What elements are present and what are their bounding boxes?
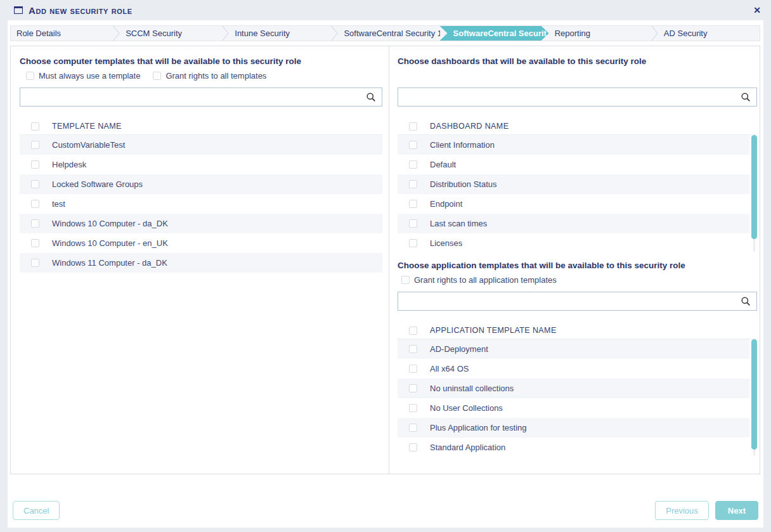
dialog-footer: Cancel Previous Next xyxy=(13,501,758,520)
application-templates-options: Grant rights to all application template… xyxy=(398,275,757,285)
table-row[interactable]: Default xyxy=(398,155,749,174)
row-checkbox[interactable] xyxy=(409,239,417,247)
row-checkbox[interactable] xyxy=(409,160,417,169)
cancel-button[interactable]: Cancel xyxy=(13,501,60,520)
application-templates-scrollbar[interactable] xyxy=(751,339,757,457)
row-checkbox[interactable] xyxy=(31,200,39,208)
table-row[interactable]: Locked Software Groups xyxy=(20,174,382,194)
dashboards-search-input[interactable] xyxy=(398,88,757,107)
next-button[interactable]: Next xyxy=(715,501,758,520)
table-row[interactable]: Windows 11 Computer - da_DK xyxy=(20,253,382,273)
row-checkbox[interactable] xyxy=(409,365,417,373)
application-templates-search-input[interactable] xyxy=(398,292,757,311)
dialog-title: Add new security role xyxy=(29,5,133,16)
computer-templates-table: TEMPLATE NAME CustomVariableTest Helpdes… xyxy=(20,118,382,273)
table-row[interactable]: No uninstall collections xyxy=(398,379,749,398)
tab-softwarecentral-security-2-active[interactable]: SoftwareCentral Securit... xyxy=(440,26,549,41)
table-row[interactable]: Endpoint xyxy=(398,194,749,214)
row-checkbox[interactable] xyxy=(409,404,417,412)
table-row[interactable]: AD-Deployment xyxy=(398,339,749,359)
grant-rights-all-templates-checkbox[interactable] xyxy=(153,72,161,80)
row-checkbox[interactable] xyxy=(31,141,39,149)
dashboards-search xyxy=(398,88,757,107)
row-checkbox[interactable] xyxy=(31,160,39,169)
window-icon xyxy=(14,6,23,14)
table-row[interactable]: No User Collections xyxy=(398,398,749,418)
must-always-use-template-checkbox[interactable] xyxy=(26,72,34,80)
table-row[interactable]: All x64 OS xyxy=(398,359,749,379)
computer-templates-table-header: TEMPLATE NAME xyxy=(20,118,382,135)
application-templates-search xyxy=(398,292,757,311)
application-templates-rows: AD-Deployment All x64 OS No uninstall co… xyxy=(398,339,749,457)
dashboards-table: DASHBOARD NAME Client Information Defaul… xyxy=(398,118,757,253)
application-templates-table-header: APPLICATION TEMPLATE NAME xyxy=(398,322,757,339)
row-checkbox[interactable] xyxy=(31,259,39,267)
tab-chevron-icon xyxy=(112,26,120,41)
row-checkbox[interactable] xyxy=(409,384,417,393)
right-column: Choose dashboards that will be available… xyxy=(389,46,760,474)
computer-templates-search xyxy=(20,88,382,107)
table-row[interactable]: test xyxy=(20,194,382,214)
table-row[interactable]: Helpdesk xyxy=(20,155,382,174)
dashboards-table-header: DASHBOARD NAME xyxy=(398,118,757,135)
tab-role-details[interactable]: Role Details xyxy=(11,26,112,41)
computer-templates-options: Must always use a template Grant rights … xyxy=(20,70,382,81)
previous-button[interactable]: Previous xyxy=(655,501,709,520)
select-all-templates-checkbox[interactable] xyxy=(31,122,39,131)
table-row[interactable]: Client Information xyxy=(398,135,749,155)
row-checkbox[interactable] xyxy=(409,141,417,149)
dashboards-scrollbar[interactable] xyxy=(751,135,757,253)
computer-templates-heading: Choose computer templates that will be a… xyxy=(20,56,382,67)
must-always-use-template-label: Must always use a template xyxy=(39,71,140,81)
row-checkbox[interactable] xyxy=(409,200,417,208)
dashboards-heading: Choose dashboards that will be available… xyxy=(398,56,757,67)
table-row[interactable]: Last scan times xyxy=(398,214,749,233)
computer-templates-search-input[interactable] xyxy=(20,88,382,107)
table-row[interactable]: Distribution Status xyxy=(398,174,749,194)
application-template-name-column-header: APPLICATION TEMPLATE NAME xyxy=(430,326,557,335)
table-row[interactable]: CustomVariableTest xyxy=(20,135,382,155)
tab-chevron-icon xyxy=(330,26,338,41)
template-name-column-header: TEMPLATE NAME xyxy=(52,122,122,131)
dashboards-rows: Client Information Default Distribution … xyxy=(398,135,749,253)
table-row[interactable]: Licenses xyxy=(398,233,749,253)
close-icon[interactable]: ✕ xyxy=(753,4,761,16)
wizard-tabstrip: Role Details SCCM Security Intune Securi… xyxy=(10,25,760,41)
row-checkbox[interactable] xyxy=(31,219,39,228)
dialog-titlebar: Add new security role xyxy=(0,0,771,20)
computer-templates-rows: CustomVariableTest Helpdesk Locked Softw… xyxy=(20,135,382,273)
tab-intune-security[interactable]: Intune Security xyxy=(229,26,330,41)
row-checkbox[interactable] xyxy=(31,180,39,188)
row-checkbox[interactable] xyxy=(409,345,417,353)
grant-rights-all-templates-label: Grant rights to all templates xyxy=(165,71,266,81)
table-row[interactable]: Standard Application xyxy=(398,438,749,457)
row-checkbox[interactable] xyxy=(409,443,417,451)
table-row[interactable]: Windows 10 Computer - da_DK xyxy=(20,214,382,233)
row-checkbox[interactable] xyxy=(409,180,417,188)
tab-softwarecentral-security-1[interactable]: SoftwareCentral Security 1 xyxy=(338,26,439,41)
grant-rights-all-application-templates-label: Grant rights to all application template… xyxy=(414,275,557,285)
row-checkbox[interactable] xyxy=(409,424,417,432)
main-panel: Choose computer templates that will be a… xyxy=(10,46,760,474)
row-checkbox[interactable] xyxy=(31,239,39,247)
select-all-application-templates-checkbox[interactable] xyxy=(409,327,417,335)
computer-templates-section: Choose computer templates that will be a… xyxy=(11,46,389,474)
scrollbar-thumb[interactable] xyxy=(751,339,757,450)
dashboard-name-column-header: DASHBOARD NAME xyxy=(430,122,509,131)
application-templates-table: APPLICATION TEMPLATE NAME AD-Deployment … xyxy=(398,322,757,457)
tab-chevron-icon xyxy=(221,26,229,41)
grant-rights-all-application-templates-checkbox[interactable] xyxy=(401,276,410,284)
tab-sccm-security[interactable]: SCCM Security xyxy=(120,26,221,41)
select-all-dashboards-checkbox[interactable] xyxy=(409,122,417,131)
application-templates-heading: Choose application templates that will b… xyxy=(398,261,757,271)
tab-chevron-icon xyxy=(651,26,658,41)
tab-ad-security[interactable]: AD Security xyxy=(658,26,760,41)
table-row[interactable]: Plus Application for testing xyxy=(398,418,749,438)
table-row[interactable]: Windows 10 Computer - en_UK xyxy=(20,233,382,253)
dialog-body: Role Details SCCM Security Intune Securi… xyxy=(8,20,763,528)
tab-reporting[interactable]: Reporting xyxy=(549,26,651,41)
scrollbar-thumb[interactable] xyxy=(751,135,757,239)
row-checkbox[interactable] xyxy=(409,219,417,228)
